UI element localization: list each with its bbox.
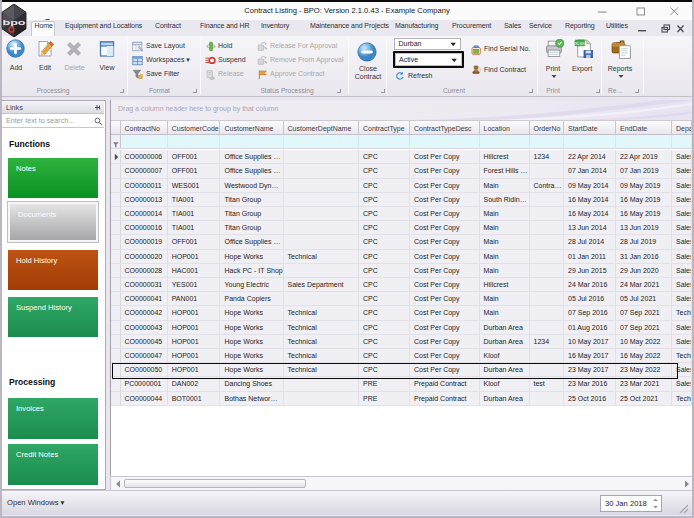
- svg-text:bpo: bpo: [3, 18, 27, 27]
- svg-text:XLSX: XLSX: [575, 40, 586, 45]
